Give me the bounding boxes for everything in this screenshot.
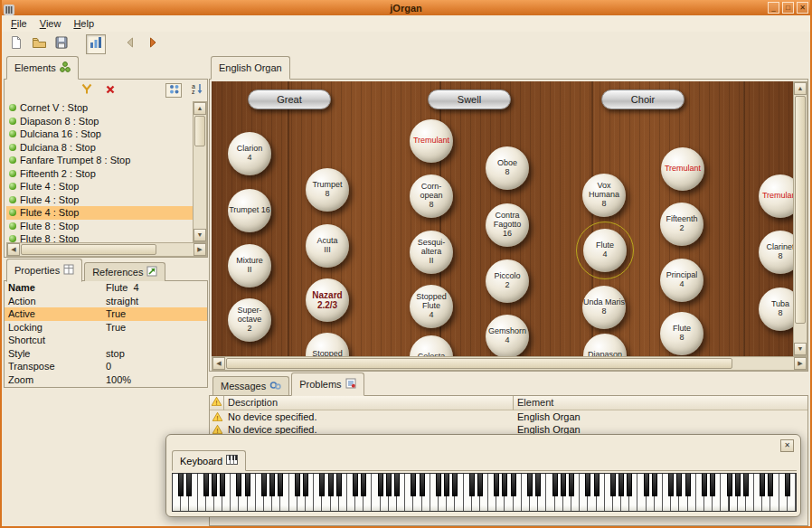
stop-knob[interactable]: Piccolo2 (486, 259, 529, 303)
stop-knob[interactable]: Tremulant (661, 147, 704, 191)
piano-black-key[interactable] (743, 474, 749, 496)
tab-problems[interactable]: Problems (291, 372, 364, 396)
stop-knob[interactable]: Super-octave2 (228, 298, 271, 342)
stop-knob[interactable]: Corn-opean8 (410, 174, 453, 218)
piano-black-key[interactable] (477, 474, 483, 496)
stop-knob[interactable]: Flute4 (583, 229, 627, 272)
stop-knob[interactable]: Flute8 (660, 312, 703, 355)
property-row[interactable]: NameFlute 4 (5, 281, 207, 295)
piano-black-key[interactable] (261, 474, 267, 496)
stop-knob[interactable]: StoppedFlute4 (410, 285, 453, 328)
piano-black-key[interactable] (411, 474, 416, 496)
menu-file[interactable]: File (5, 16, 33, 31)
scroll-up-button[interactable]: ▲ (194, 102, 206, 115)
piano-black-key[interactable] (469, 474, 475, 496)
property-row[interactable]: LockingTrue (5, 321, 207, 335)
organ-hscrollbar[interactable]: ◀ ▶ (212, 356, 807, 371)
piano-keyboard[interactable] (172, 473, 797, 512)
piano-black-key[interactable] (652, 474, 657, 496)
piano-black-key[interactable] (535, 474, 541, 496)
add-element-button[interactable] (79, 83, 95, 98)
piano-black-key[interactable] (494, 474, 499, 496)
save-button[interactable] (52, 34, 71, 54)
organ-vscrollbar[interactable]: ▲ ▼ (793, 81, 807, 356)
stop-knob[interactable]: VoxHumana8 (582, 174, 626, 217)
piano-black-key[interactable] (710, 474, 715, 496)
piano-black-key[interactable] (552, 474, 558, 496)
stop-knob[interactable]: Clarinet8 (759, 231, 793, 274)
menu-help[interactable]: Help (67, 16, 100, 31)
stop-knob[interactable]: Trumpet 16 (228, 189, 271, 232)
piano-black-key[interactable] (236, 474, 241, 496)
tab-keyboard[interactable]: Keyboard (172, 450, 246, 471)
elements-vscrollbar[interactable]: ▲ ▼ (193, 101, 207, 242)
piano-black-key[interactable] (569, 474, 574, 496)
tab-properties[interactable]: Properties (6, 259, 82, 282)
element-list-item[interactable]: Flute 4 : Stop (6, 180, 193, 193)
element-list-item[interactable]: Fanfare Trumpet 8 : Stop (6, 154, 193, 167)
element-list-item[interactable]: Flute 8 : Stop (6, 220, 193, 233)
severity-column-header[interactable]: ! (210, 396, 224, 410)
property-row[interactable]: Actionstraight (5, 295, 207, 308)
maximize-button[interactable]: □ (782, 2, 794, 14)
piano-black-key[interactable] (644, 474, 649, 496)
element-list-item[interactable]: Cornet V : Stop (6, 101, 193, 115)
stop-knob[interactable]: Nazard2.2/3 (306, 278, 349, 322)
piano-black-key[interactable] (561, 474, 566, 496)
open-button[interactable] (29, 34, 49, 54)
scroll-thumb[interactable] (21, 244, 156, 255)
piano-black-key[interactable] (452, 474, 458, 496)
construct-toggle-button[interactable] (86, 34, 106, 54)
stop-knob[interactable]: Tuba8 (759, 288, 793, 331)
stop-knob[interactable]: Tremulant (759, 174, 793, 218)
new-button[interactable] (6, 34, 26, 54)
piano-black-key[interactable] (220, 474, 225, 496)
piano-black-key[interactable] (353, 474, 358, 496)
stop-knob[interactable]: Oboe8 (486, 146, 529, 190)
element-list-item[interactable]: Flute 8 : Stop (6, 232, 193, 242)
stop-knob[interactable]: Clarion4 (228, 132, 271, 175)
piano-black-key[interactable] (444, 474, 449, 496)
piano-black-key[interactable] (303, 474, 308, 496)
piano-black-key[interactable] (585, 474, 590, 496)
piano-black-key[interactable] (685, 474, 691, 496)
piano-black-key[interactable] (178, 474, 184, 496)
piano-black-key[interactable] (610, 474, 616, 496)
element-list-item[interactable]: Fifteenth 2 : Stop (6, 167, 193, 181)
stop-knob[interactable]: Fifteenth2 (660, 203, 703, 246)
problem-row[interactable]: !No device specified.English Organ (210, 410, 807, 423)
piano-black-key[interactable] (627, 474, 632, 496)
property-row[interactable]: Stylestop (5, 347, 207, 361)
piano-black-key[interactable] (378, 474, 383, 496)
stop-knob[interactable]: AcutaIII (306, 224, 349, 268)
piano-black-key[interactable] (295, 474, 300, 496)
piano-black-key[interactable] (785, 474, 790, 496)
piano-black-key[interactable] (328, 474, 334, 496)
piano-black-key[interactable] (336, 474, 342, 496)
element-list-item[interactable]: Dulciana 8 : Stop (6, 141, 193, 155)
description-column-header[interactable]: Description (224, 396, 514, 410)
piano-black-key[interactable] (676, 474, 682, 496)
back-button[interactable] (120, 34, 140, 54)
tab-english-organ[interactable]: English Organ (211, 56, 290, 80)
scroll-up-button[interactable]: ▲ (794, 82, 807, 95)
element-list-item[interactable]: Diapason 8 : Stop (6, 115, 193, 128)
tab-messages[interactable]: Messages (212, 376, 289, 395)
piano-black-key[interactable] (212, 474, 217, 496)
property-row[interactable]: ActiveTrue (5, 307, 207, 321)
piano-black-key[interactable] (203, 474, 209, 496)
minimize-button[interactable]: _ (768, 2, 779, 14)
element-list-item[interactable]: Dulciana 16 : Stop (6, 127, 193, 141)
stop-knob[interactable]: Tremulant (410, 119, 453, 163)
piano-black-key[interactable] (735, 474, 741, 496)
tab-elements[interactable]: Elements (6, 56, 79, 80)
tab-references[interactable]: References (84, 262, 165, 281)
scroll-thumb[interactable] (795, 96, 806, 324)
stop-knob[interactable]: MixtureII (228, 244, 271, 288)
element-list-item[interactable]: Flute 4 : Stop (6, 193, 193, 207)
piano-black-key[interactable] (760, 474, 765, 496)
sort-alpha-button[interactable]: az (189, 83, 205, 98)
piano-black-key[interactable] (269, 474, 275, 496)
piano-black-key[interactable] (394, 474, 400, 496)
stop-knob[interactable]: Diapason (583, 334, 627, 356)
